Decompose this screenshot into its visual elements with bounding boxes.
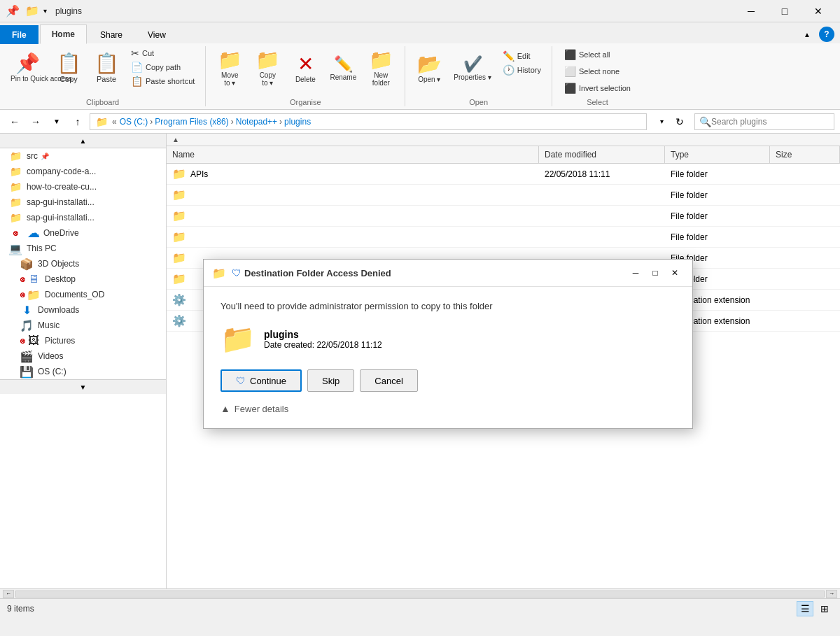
skip-button[interactable]: Skip xyxy=(307,369,354,392)
sidebar-item-videos[interactable]: 🎬 Videos xyxy=(0,348,166,364)
new-folder-icon: 📁 xyxy=(369,50,393,70)
select-none-button[interactable]: ⬜ Select none xyxy=(558,63,637,80)
history-icon: 🕐 xyxy=(503,64,514,76)
fewer-details-toggle[interactable]: ▲ Fewer details xyxy=(220,403,676,414)
path-program-files[interactable]: Program Files (x86) xyxy=(155,117,228,127)
search-input[interactable] xyxy=(711,117,830,127)
history-button[interactable]: 🕐 History xyxy=(498,63,546,77)
edit-button[interactable]: ✏️ Edit xyxy=(498,49,546,63)
dropdown-path-button[interactable]: ▾ xyxy=(652,113,671,131)
sidebar-label: OS (C:) xyxy=(38,367,66,376)
ribbon-content: 📌 Pin to Quick access 📋 Copy 📋 Paste ✂ xyxy=(0,43,840,109)
sidebar-item-how-to[interactable]: 📁 how-to-create-cu... xyxy=(0,179,166,195)
videos-icon: 🎬 xyxy=(20,351,34,362)
rename-button[interactable]: ✏️ Rename xyxy=(325,46,361,91)
table-row[interactable]: 📁 APIs 22/05/2018 11:11 File folder xyxy=(167,164,840,185)
back-button[interactable]: ← xyxy=(6,113,24,131)
address-path[interactable]: 📁 « OS (C:) › Program Files (x86) › Note… xyxy=(90,113,647,130)
tab-home[interactable]: Home xyxy=(40,24,87,44)
forward-button[interactable]: → xyxy=(27,113,45,131)
sidebar-label: Pictures xyxy=(45,336,75,346)
tab-share[interactable]: Share xyxy=(88,25,134,44)
sidebar-item-sap2[interactable]: 📁 sap-gui-installati... xyxy=(0,210,166,225)
uac-shield-icon: 🛡 xyxy=(232,267,241,278)
file-type: File folder xyxy=(665,189,770,202)
sidebar-item-documents[interactable]: ⊗ 📁 Documents_OD xyxy=(0,287,166,302)
paste-button[interactable]: 📋 Paste xyxy=(88,46,125,91)
table-row[interactable]: 📁 File folder xyxy=(167,206,840,227)
scrollbar-track[interactable] xyxy=(15,591,825,598)
sidebar-item-pictures[interactable]: ⊗ 🖼 Pictures xyxy=(0,333,166,348)
details-view-button[interactable]: ☰ xyxy=(797,601,813,616)
copy-path-button[interactable]: 📄 Copy path xyxy=(126,60,200,74)
sidebar-item-thispc[interactable]: 💻 This PC xyxy=(0,241,166,256)
ribbon-help-btn[interactable]: ? xyxy=(819,27,834,42)
tab-view[interactable]: View xyxy=(136,25,178,44)
sidebar-label: Videos xyxy=(38,351,63,361)
dialog-maximize-button[interactable]: □ xyxy=(646,265,664,281)
sidebar-scroll-up[interactable]: ▲ xyxy=(0,135,166,146)
close-button[interactable]: ✕ xyxy=(802,0,834,22)
minimize-button[interactable]: ─ xyxy=(735,0,767,22)
sidebar-item-src[interactable]: 📁 src 📌 xyxy=(0,148,166,164)
copy-to-button[interactable]: 📁 Copyto ▾ xyxy=(249,46,286,91)
maximize-button[interactable]: □ xyxy=(769,0,801,22)
continue-button[interactable]: 🛡 Continue xyxy=(220,369,302,392)
invert-selection-button[interactable]: ⬛ Invert selection xyxy=(558,80,637,97)
tab-file[interactable]: File xyxy=(0,25,38,44)
col-header-name[interactable]: Name xyxy=(167,146,539,163)
sidebar-item-company-code[interactable]: 📁 company-code-a... xyxy=(0,164,166,179)
folder-icon: 📁 xyxy=(8,181,22,192)
sidebar-item-3d-objects[interactable]: 📦 3D Objects xyxy=(0,256,166,271)
folder-icon: 📁 xyxy=(8,166,22,177)
organise-group: 📁 Moveto ▾ 📁 Copyto ▾ ✕ Delete ✏️ Rename… xyxy=(206,46,405,106)
table-row[interactable]: 📁 File folder xyxy=(167,185,840,206)
recent-locations-button[interactable]: ▼ xyxy=(48,113,66,131)
path-os-c[interactable]: OS (C:) xyxy=(120,117,148,127)
sidebar-item-desktop[interactable]: ⊗ 🖥 Desktop xyxy=(0,271,166,287)
file-type: File folder xyxy=(665,210,770,222)
open-button[interactable]: 📂 Open ▾ xyxy=(411,46,447,91)
ribbon-collapse-btn[interactable]: ▲ xyxy=(798,25,816,43)
paste-shortcut-button[interactable]: 📋 Paste shortcut xyxy=(126,74,200,88)
select-small-buttons: ⬛ Select all ⬜ Select none ⬛ Invert sele… xyxy=(558,46,637,97)
dialog-title: Destination Folder Access Denied xyxy=(244,268,626,278)
move-to-icon: 📁 xyxy=(218,50,242,70)
sidebar-item-downloads[interactable]: ⬇ Downloads xyxy=(0,302,166,318)
scroll-left-button[interactable]: ← xyxy=(3,590,14,598)
col-header-size[interactable]: Size xyxy=(770,146,840,163)
select-all-button[interactable]: ⬛ Select all xyxy=(558,46,637,63)
delete-button[interactable]: ✕ Delete xyxy=(287,46,323,91)
table-row[interactable]: 📁 File folder xyxy=(167,227,840,248)
sidebar-label: Documents_OD xyxy=(45,290,104,299)
properties-button[interactable]: ✔️ Properties ▾ xyxy=(449,46,496,91)
sidebar-item-os-c[interactable]: 💾 OS (C:) xyxy=(0,364,166,379)
dropdown-arrow[interactable]: ▾ xyxy=(43,7,47,15)
copy-button[interactable]: 📋 Copy xyxy=(50,46,87,91)
sidebar-item-onedrive[interactable]: ⊗ ☁ OneDrive xyxy=(0,225,166,241)
invert-selection-icon: ⬛ xyxy=(564,83,576,94)
clipboard-group: 📌 Pin to Quick access 📋 Copy 📋 Paste ✂ xyxy=(0,46,206,106)
col-header-date[interactable]: Date modified xyxy=(539,146,665,163)
file-list-header: Name Date modified Type Size xyxy=(167,146,840,164)
sidebar-item-sap1[interactable]: 📁 sap-gui-installati... xyxy=(0,195,166,210)
fewer-details-arrow-icon: ▲ xyxy=(220,403,230,414)
refresh-button[interactable]: ↻ xyxy=(671,113,689,131)
col-header-type[interactable]: Type xyxy=(665,146,770,163)
path-plugins[interactable]: plugins xyxy=(284,117,311,127)
sidebar-scroll-down[interactable]: ▼ xyxy=(0,381,166,393)
search-box[interactable]: 🔍 xyxy=(694,113,834,130)
dialog-buttons: 🛡 Continue Skip Cancel xyxy=(220,369,676,392)
cut-button[interactable]: ✂ Cut xyxy=(126,46,200,60)
move-to-button[interactable]: 📁 Moveto ▾ xyxy=(211,46,248,91)
dialog-minimize-button[interactable]: ─ xyxy=(626,265,645,281)
scroll-right-button[interactable]: → xyxy=(826,590,837,598)
path-notepadpp[interactable]: Notepad++ xyxy=(236,117,277,127)
new-folder-button[interactable]: 📁 Newfolder xyxy=(363,46,399,91)
cancel-button[interactable]: Cancel xyxy=(360,369,417,392)
up-directory-button[interactable]: ↑ xyxy=(69,113,87,131)
sidebar-item-music[interactable]: 🎵 Music xyxy=(0,318,166,333)
dialog-close-button[interactable]: ✕ xyxy=(666,265,684,281)
large-icons-view-button[interactable]: ⊞ xyxy=(816,601,833,616)
pin-to-quick-access-button[interactable]: 📌 Pin to Quick access xyxy=(6,46,49,91)
